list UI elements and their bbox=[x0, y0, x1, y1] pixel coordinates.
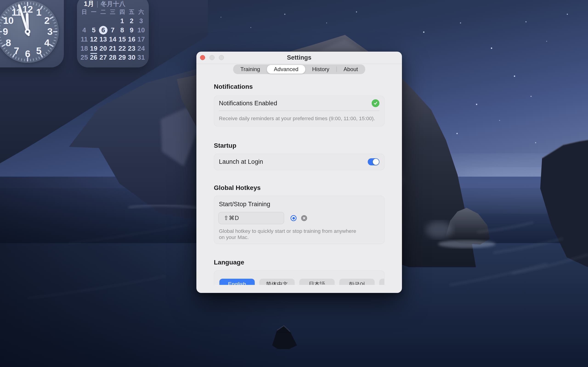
window-titlebar[interactable]: Settings bbox=[196, 52, 402, 64]
language-button-korean[interactable]: 한국어 bbox=[339, 279, 375, 285]
hotkey-input[interactable]: ⇧⌘D bbox=[218, 212, 284, 224]
tab-bar: Training Advanced History About bbox=[196, 65, 402, 74]
notifications-enabled-label: Notifications Enabled bbox=[219, 100, 277, 107]
weekday-header: 五 bbox=[127, 7, 136, 17]
language-options-row: English 简体中文 日本語 한국어 Deutsch bbox=[214, 271, 384, 285]
start-stop-training-label: Start/Stop Training bbox=[219, 201, 270, 208]
calendar-day: 5 bbox=[89, 26, 98, 35]
calendar-day: 7 bbox=[108, 26, 117, 35]
calendar-day: 15 bbox=[117, 35, 127, 44]
calendar-day: 12 bbox=[89, 35, 98, 44]
clock-widget[interactable]: 123456789101112 bbox=[0, 0, 64, 67]
record-hotkey-button[interactable] bbox=[291, 215, 296, 221]
calendar-day bbox=[79, 17, 89, 26]
calendar-day: 13 bbox=[99, 35, 108, 44]
language-button-english[interactable]: English bbox=[219, 279, 255, 285]
hotkey-caption: Global hotkey to quickly start or stop t… bbox=[219, 228, 356, 240]
calendar-day: 11 bbox=[79, 35, 89, 44]
calendar-grid: 日一二三四五六123456789101112131415161718192021… bbox=[79, 7, 146, 62]
global-hotkeys-heading: Global Hotkeys bbox=[214, 184, 384, 192]
calendar-day: 28 bbox=[108, 53, 117, 62]
language-heading: Language bbox=[214, 259, 384, 266]
record-dot-icon bbox=[292, 217, 295, 219]
startup-card: Launch at Login bbox=[214, 154, 384, 170]
tab-history[interactable]: History bbox=[305, 65, 336, 74]
calendar-day: 21 bbox=[108, 44, 117, 53]
calendar-day: 2 bbox=[127, 17, 136, 26]
calendar-day: 25 bbox=[79, 53, 89, 62]
calendar-day: 18 bbox=[79, 44, 89, 53]
calendar-separator: | bbox=[96, 0, 98, 8]
language-button-japanese[interactable]: 日本語 bbox=[299, 279, 335, 285]
x-icon bbox=[303, 217, 306, 220]
weekday-header: 四 bbox=[117, 7, 127, 17]
calendar-day: 23 bbox=[127, 44, 136, 53]
calendar-day bbox=[89, 17, 98, 26]
calendar-day: 22 bbox=[117, 44, 127, 53]
calendar-day: 9 bbox=[127, 26, 136, 35]
calendar-lunar-label: 冬月十八 bbox=[101, 0, 125, 8]
toggle-knob bbox=[373, 159, 379, 165]
calendar-day: 24 bbox=[137, 44, 146, 53]
weekday-header: 六 bbox=[137, 7, 146, 17]
language-button-simplified-chinese[interactable]: 简体中文 bbox=[259, 279, 295, 285]
tab-about[interactable]: About bbox=[337, 65, 365, 74]
settings-window: Settings Training Advanced History About… bbox=[196, 52, 402, 293]
green-check-icon bbox=[372, 99, 380, 107]
calendar-day: 4 bbox=[79, 26, 89, 35]
segmented-control: Training Advanced History About bbox=[233, 65, 365, 74]
notifications-heading: Notifications bbox=[214, 83, 384, 91]
calendar-day: 27 bbox=[99, 53, 108, 62]
calendar-day bbox=[99, 17, 108, 26]
hotkeys-card: Start/Stop Training ⇧⌘D Global hotkey to… bbox=[214, 196, 384, 244]
calendar-day: 26 bbox=[89, 53, 98, 62]
calendar-widget[interactable]: 1月 | 冬月十八 日一二三四五六12345678910111213141516… bbox=[77, 0, 149, 67]
calendar-day: 16 bbox=[127, 35, 136, 44]
clock-face: 123456789101112 bbox=[0, 0, 59, 63]
startup-heading: Startup bbox=[214, 142, 384, 150]
calendar-day: 8 bbox=[117, 26, 127, 35]
calendar-day: 17 bbox=[137, 35, 146, 44]
launch-at-login-toggle[interactable] bbox=[368, 158, 380, 165]
calendar-day: 19 bbox=[89, 44, 98, 53]
language-card: English 简体中文 日本語 한국어 Deutsch bbox=[214, 270, 384, 285]
tab-advanced[interactable]: Advanced bbox=[267, 65, 305, 74]
clear-hotkey-button[interactable] bbox=[301, 215, 307, 221]
desktop: 123456789101112 1月 | 冬月十八 日一二三四五六1234567… bbox=[0, 0, 588, 367]
calendar-day: 3 bbox=[137, 17, 146, 26]
notifications-caption: Receive daily reminders at your preferre… bbox=[214, 111, 384, 126]
calendar-day: 14 bbox=[108, 35, 117, 44]
calendar-day: 10 bbox=[137, 26, 146, 35]
settings-content: Notifications Notifications Enabled Rece… bbox=[196, 74, 402, 285]
weekday-header: 一 bbox=[89, 7, 98, 17]
calendar-day: 30 bbox=[127, 53, 136, 62]
notifications-card: Notifications Enabled Receive daily remi… bbox=[214, 96, 384, 126]
window-title: Settings bbox=[196, 52, 402, 64]
calendar-day: 20 bbox=[99, 44, 108, 53]
calendar-day: 6 bbox=[99, 26, 108, 35]
calendar-day: 1 bbox=[117, 17, 127, 26]
weekday-header: 三 bbox=[108, 7, 117, 17]
calendar-day: 29 bbox=[117, 53, 127, 62]
launch-at-login-label: Launch at Login bbox=[219, 158, 263, 165]
language-button-german[interactable]: Deutsch bbox=[379, 279, 384, 285]
calendar-day bbox=[108, 17, 117, 26]
calendar-day: 31 bbox=[137, 53, 146, 62]
weekday-header: 日 bbox=[79, 7, 89, 17]
tab-training[interactable]: Training bbox=[233, 65, 267, 74]
weekday-header: 二 bbox=[99, 7, 108, 17]
